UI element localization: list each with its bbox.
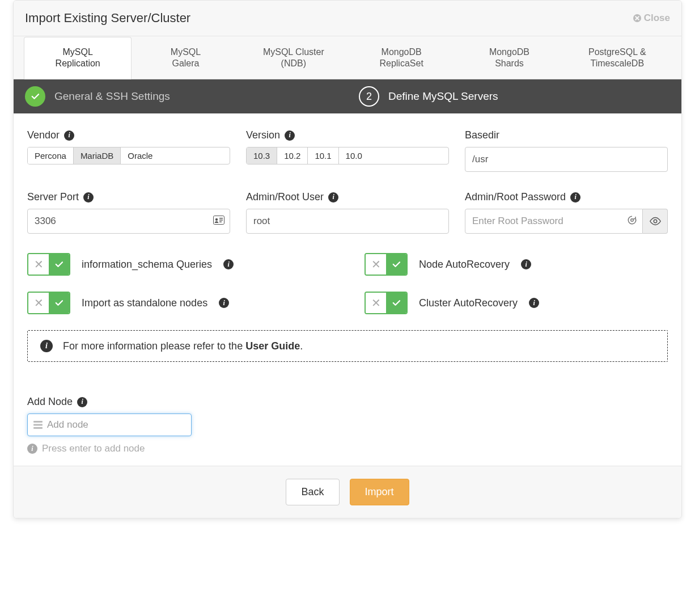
eye-icon — [649, 217, 662, 226]
info-icon[interactable]: i — [328, 192, 338, 202]
user-guide-link[interactable]: User Guide — [245, 340, 300, 352]
show-password-button[interactable] — [643, 209, 668, 234]
svg-rect-5 — [219, 221, 222, 222]
admin-password-label: Admin/Root Password — [465, 191, 566, 203]
version-group: 10.3 10.2 10.1 10.0 — [246, 147, 449, 164]
db-type-tabs: MySQL Replication MySQL Galera MySQL Clu… — [14, 36, 681, 79]
tab-mysql-replication[interactable]: MySQL Replication — [24, 37, 132, 79]
tab-label: (NDB) — [281, 58, 306, 68]
svg-point-6 — [631, 219, 634, 222]
toggle-on[interactable] — [386, 254, 406, 275]
tab-label: Galera — [172, 58, 199, 68]
check-icon — [54, 259, 64, 269]
add-node-field-wrap — [27, 414, 192, 436]
id-card-icon — [213, 216, 224, 227]
check-icon — [25, 86, 45, 107]
tab-label: MySQL — [171, 47, 201, 57]
info-icon: i — [40, 340, 53, 352]
tab-label: Shards — [495, 58, 524, 68]
add-node-input[interactable] — [47, 419, 185, 431]
info-icon: i — [27, 444, 37, 454]
back-button[interactable]: Back — [286, 479, 339, 505]
tab-postgresql-timescaledb[interactable]: PostgreSQL & TimescaleDB — [563, 37, 671, 79]
toggle-label: Node AutoRecovery — [419, 259, 510, 271]
tab-mongodb-replicaset[interactable]: MongoDB ReplicaSet — [348, 37, 455, 79]
tab-label: ReplicaSet — [379, 58, 423, 68]
check-icon — [391, 259, 401, 269]
toggle-on[interactable] — [49, 293, 69, 313]
version-label: Version — [246, 129, 280, 141]
list-icon — [33, 421, 43, 429]
add-node-label: Add Node — [27, 396, 73, 408]
tab-label: TimescaleDB — [591, 58, 645, 68]
close-button[interactable]: Close — [633, 12, 670, 24]
version-10-2[interactable]: 10.2 — [277, 147, 308, 164]
svg-rect-3 — [219, 218, 223, 219]
tab-label: PostgreSQL & — [588, 47, 646, 57]
hint-text: For more information please refer to the… — [63, 340, 303, 352]
toggle-on[interactable] — [386, 293, 406, 313]
toggle-off[interactable]: ✕ — [366, 293, 386, 313]
server-port-input[interactable] — [27, 209, 230, 234]
tab-label: MySQL Cluster — [263, 47, 324, 57]
info-icon[interactable]: i — [521, 259, 531, 269]
import-button[interactable]: Import — [350, 479, 409, 505]
x-icon: ✕ — [34, 297, 44, 309]
toggle-off[interactable]: ✕ — [366, 254, 386, 275]
tab-mysql-cluster-ndb[interactable]: MySQL Cluster (NDB) — [240, 37, 348, 79]
version-10-0[interactable]: 10.0 — [339, 147, 369, 164]
check-icon — [391, 298, 401, 308]
vendor-group: Percona MariaDB Oracle — [27, 147, 230, 164]
toggle-on[interactable] — [49, 254, 69, 275]
step-label: Define MySQL Servers — [388, 90, 498, 103]
info-icon[interactable]: i — [64, 130, 74, 141]
x-icon: ✕ — [371, 297, 381, 309]
step-label: General & SSH Settings — [54, 90, 170, 103]
modal-title: Import Existing Server/Cluster — [25, 11, 190, 26]
check-icon — [54, 298, 64, 308]
vendor-mariadb[interactable]: MariaDB — [74, 147, 121, 164]
x-icon: ✕ — [371, 259, 381, 270]
toggle-cluster-autorecovery[interactable]: ✕ — [365, 292, 408, 314]
info-icon[interactable]: i — [83, 192, 94, 202]
version-10-3[interactable]: 10.3 — [247, 147, 277, 164]
toggle-information-schema[interactable]: ✕ — [27, 253, 70, 276]
svg-rect-4 — [219, 220, 223, 221]
step-general-ssh[interactable]: General & SSH Settings — [14, 79, 348, 113]
admin-user-label: Admin/Root User — [246, 191, 324, 203]
toggle-label: information_schema Queries — [82, 259, 212, 271]
toggle-standalone-nodes[interactable]: ✕ — [27, 292, 70, 314]
toggle-off[interactable]: ✕ — [28, 254, 49, 275]
tab-label: MongoDB — [489, 47, 529, 57]
info-icon[interactable]: i — [219, 298, 229, 308]
version-10-1[interactable]: 10.1 — [308, 147, 338, 164]
wizard-stepper: General & SSH Settings 2 Define MySQL Se… — [14, 79, 681, 113]
admin-password-input[interactable] — [465, 209, 643, 234]
admin-user-input[interactable] — [246, 209, 449, 234]
info-icon[interactable]: i — [77, 397, 87, 407]
toggle-off[interactable]: ✕ — [28, 293, 49, 313]
toggle-label: Cluster AutoRecovery — [419, 297, 518, 309]
info-icon[interactable]: i — [285, 130, 295, 141]
tab-label: MySQL — [62, 47, 92, 57]
add-node-helper: i Press enter to add node — [27, 443, 668, 454]
info-icon[interactable]: i — [223, 259, 234, 269]
tab-mongodb-shards[interactable]: MongoDB Shards — [455, 37, 563, 79]
tab-label: Replication — [56, 58, 100, 68]
close-icon — [633, 14, 642, 23]
basedir-label: Basedir — [465, 129, 499, 141]
basedir-input[interactable] — [465, 147, 668, 172]
server-port-label: Server Port — [27, 191, 79, 203]
toggle-node-autorecovery[interactable]: ✕ — [365, 253, 408, 276]
step-define-mysql-servers[interactable]: 2 Define MySQL Servers — [348, 79, 681, 113]
tab-mysql-galera[interactable]: MySQL Galera — [132, 37, 239, 79]
vendor-oracle[interactable]: Oracle — [121, 147, 159, 164]
step-number-icon: 2 — [359, 86, 379, 107]
user-guide-hint: i For more information please refer to t… — [27, 330, 668, 362]
info-icon[interactable]: i — [529, 298, 539, 308]
svg-point-7 — [654, 220, 657, 223]
info-icon[interactable]: i — [570, 192, 580, 202]
key-generate-icon[interactable] — [627, 215, 637, 227]
x-icon: ✕ — [34, 259, 44, 270]
vendor-percona[interactable]: Percona — [28, 147, 74, 164]
